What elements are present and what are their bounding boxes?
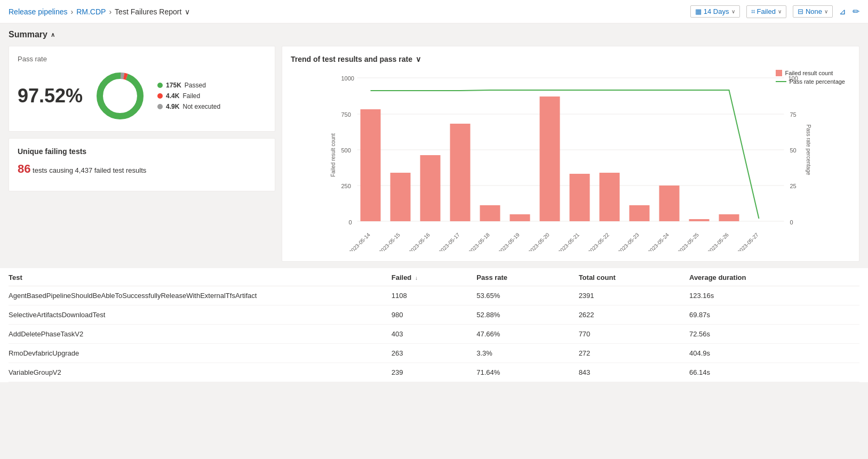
svg-text:2023-05-23: 2023-05-23 (617, 231, 640, 251)
svg-text:2023-05-14: 2023-05-14 (348, 231, 371, 251)
group-chevron: ∨ (824, 9, 828, 14)
table-body: AgentBasedPipelineShouldBeAbleToSuccessf… (9, 286, 859, 382)
sort-icon-failed: ↓ (415, 275, 418, 281)
pass-rate-content: 97.52% (18, 69, 266, 123)
breadcrumb-sep-2: › (109, 7, 112, 16)
cell-passrate-4: 71.64% (476, 363, 578, 382)
chart-title[interactable]: Trend of test results and pass rate ∨ (291, 55, 850, 63)
svg-rect-25 (480, 205, 500, 221)
chart-title-chevron: ∨ (416, 55, 421, 63)
cell-test-1: SelectiveArtifactsDownloadTest (9, 305, 392, 325)
cell-avgdur-3: 404.9s (689, 344, 859, 363)
svg-rect-30 (630, 205, 650, 221)
breadcrumb-current: Test Failures Report (115, 7, 181, 16)
chart-legend: 175K Passed 4.4K Failed 4.9K (157, 82, 220, 110)
summary-cards: Pass rate 97.52% (9, 46, 859, 262)
days-chevron: ∨ (731, 9, 735, 14)
failed-value: 4.4K (166, 92, 179, 100)
cell-total-3: 272 (579, 344, 689, 363)
svg-rect-23 (420, 155, 441, 221)
svg-text:2023-05-17: 2023-05-17 (437, 231, 461, 251)
svg-rect-28 (570, 174, 590, 221)
passed-label: Passed (185, 82, 206, 89)
svg-text:Pass rate percentage: Pass rate percentage (806, 124, 811, 175)
cell-test-0: AgentBasedPipelineShouldBeAbleToSuccessf… (9, 286, 392, 305)
donut-chart (93, 69, 147, 123)
legend-not-executed: 4.9K Not executed (157, 103, 220, 110)
pass-rate-line-legend (776, 81, 786, 82)
cell-passrate-0: 53.65% (476, 286, 578, 305)
filter-button[interactable]: ⊿ (839, 7, 846, 17)
svg-text:2023-05-18: 2023-05-18 (467, 231, 491, 251)
left-column: Pass rate 97.52% (9, 46, 275, 191)
svg-rect-21 (361, 109, 381, 221)
table-row[interactable]: RmoDevfabricUpgrade 263 3.3% 272 404.9s (9, 344, 859, 363)
svg-text:2023-05-20: 2023-05-20 (527, 231, 551, 251)
layers-icon: ⊟ (798, 7, 803, 15)
breadcrumb-sep-1: › (71, 7, 74, 16)
group-filter-pill[interactable]: ⊟ None ∨ (793, 5, 833, 18)
summary-header[interactable]: Summary ∧ (9, 30, 859, 39)
failing-count: 86 (18, 162, 30, 175)
pass-rate-title: Pass rate (18, 55, 266, 63)
breadcrumb-release-pipelines[interactable]: Release pipelines (9, 7, 68, 16)
unique-failing-card: Unique failing tests 86 tests causing 4,… (9, 138, 275, 191)
passed-dot (157, 83, 163, 88)
not-executed-value: 4.9K (166, 103, 179, 110)
status-chevron: ∨ (778, 9, 782, 14)
table-header-row: Test Failed ↓ Pass rate Total count Aver… (9, 268, 859, 286)
days-filter-pill[interactable]: ▦ 14 Days ∨ (690, 5, 740, 18)
svg-text:750: 750 (341, 111, 351, 118)
svg-rect-26 (510, 214, 530, 221)
table-row[interactable]: VariableGroupV2 239 71.64% 843 66.14s (9, 363, 859, 382)
col-header-failed[interactable]: Failed ↓ (392, 268, 477, 286)
table-section: Test Failed ↓ Pass rate Total count Aver… (0, 268, 868, 382)
cell-passrate-2: 47.66% (476, 325, 578, 344)
cell-avgdur-2: 72.56s (689, 325, 859, 344)
svg-text:50: 50 (790, 147, 797, 154)
edit-button[interactable]: ✏ (853, 6, 859, 17)
table-row[interactable]: AddDeletePhaseTaskV2 403 47.66% 770 72.5… (9, 325, 859, 344)
svg-rect-22 (391, 173, 411, 221)
chart-legend-container: Failed result count Pass rate percentage (776, 70, 845, 85)
failed-dot (157, 93, 163, 99)
unique-failing-title: Unique failing tests (18, 147, 266, 156)
breadcrumb-rm-cdp[interactable]: RM.CDP (76, 7, 106, 16)
pass-rate-card: Pass rate 97.52% (9, 46, 275, 132)
svg-text:2023-05-16: 2023-05-16 (408, 231, 431, 251)
failed-result-label: Failed result count (785, 70, 833, 76)
breadcrumb-dropdown-icon[interactable]: ∨ (185, 7, 190, 16)
cell-passrate-1: 52.88% (476, 305, 578, 325)
cell-failed-1: 980 (392, 305, 477, 325)
table-row[interactable]: SelectiveArtifactsDownloadTest 980 52.88… (9, 305, 859, 325)
svg-text:2023-05-26: 2023-05-26 (706, 231, 730, 251)
table-row[interactable]: AgentBasedPipelineShouldBeAbleToSuccessf… (9, 286, 859, 305)
cell-total-0: 2391 (579, 286, 689, 305)
cell-total-2: 770 (579, 325, 689, 344)
pass-rate-value: 97.52% (18, 85, 83, 107)
cell-avgdur-0: 123.16s (689, 286, 859, 305)
cell-test-3: RmoDevfabricUpgrade (9, 344, 392, 363)
svg-text:2023-05-22: 2023-05-22 (587, 231, 610, 251)
calendar-icon: ▦ (695, 7, 702, 15)
col-header-passrate: Pass rate (476, 268, 578, 286)
cell-test-4: VariableGroupV2 (9, 363, 392, 382)
status-filter-pill[interactable]: ⌗ Failed ∨ (746, 5, 786, 18)
svg-rect-32 (689, 219, 710, 221)
svg-text:250: 250 (341, 183, 351, 189)
results-table: Test Failed ↓ Pass rate Total count Aver… (9, 268, 859, 382)
svg-rect-31 (659, 186, 680, 221)
svg-text:1000: 1000 (341, 75, 354, 82)
svg-text:25: 25 (790, 183, 797, 189)
svg-text:0: 0 (790, 219, 793, 226)
group-label: None (806, 7, 822, 15)
svg-rect-29 (600, 173, 620, 221)
beaker-icon: ⌗ (751, 7, 755, 16)
svg-text:2023-05-19: 2023-05-19 (497, 231, 521, 251)
svg-rect-33 (719, 214, 739, 221)
top-actions: ▦ 14 Days ∨ ⌗ Failed ∨ ⊟ None ∨ ⊿ ✏ (690, 5, 859, 18)
svg-text:Failed result count: Failed result count (330, 133, 336, 177)
failed-label: Failed (182, 92, 200, 100)
chart-container: Failed result count Pass rate percentage… (291, 70, 850, 253)
svg-text:2023-05-21: 2023-05-21 (557, 231, 580, 251)
